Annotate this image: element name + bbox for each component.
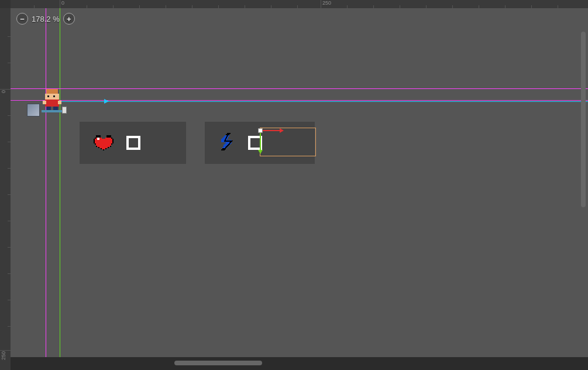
- svg-rect-30: [105, 148, 106, 149]
- ruler-corner: [0, 0, 11, 9]
- magenta-guide-vertical[interactable]: [46, 8, 46, 357]
- svg-rect-10: [96, 135, 101, 138]
- plus-icon: +: [67, 15, 71, 23]
- svg-rect-3: [53, 95, 55, 97]
- svg-rect-25: [99, 147, 108, 148]
- svg-rect-27: [108, 147, 109, 148]
- svg-rect-5: [43, 101, 46, 104]
- vertical-scrollbar-thumb[interactable]: [581, 32, 586, 207]
- svg-rect-18: [105, 138, 111, 139]
- horizontal-scrollbar-thumb[interactable]: [174, 361, 262, 365]
- minus-icon: −: [20, 15, 25, 23]
- object-sprite[interactable]: [62, 107, 67, 114]
- svg-rect-26: [98, 147, 99, 148]
- bottom-bar: [11, 357, 588, 370]
- svg-rect-29: [101, 148, 102, 149]
- svg-rect-16: [112, 139, 114, 143]
- svg-rect-33: [227, 133, 231, 134]
- svg-rect-23: [96, 146, 97, 147]
- svg-rect-4: [45, 100, 59, 107]
- svg-rect-11: [106, 135, 111, 138]
- svg-rect-1: [45, 94, 59, 100]
- character-sprite[interactable]: [42, 89, 63, 114]
- svg-rect-31: [103, 149, 104, 150]
- svg-rect-9: [42, 110, 63, 112]
- svg-rect-28: [102, 148, 105, 149]
- zoom-out-button[interactable]: −: [16, 13, 28, 25]
- zoom-in-button[interactable]: +: [63, 13, 75, 25]
- svg-rect-20: [95, 143, 96, 145]
- svg-rect-2: [47, 95, 49, 97]
- vertical-ruler[interactable]: 0 250: [0, 8, 11, 370]
- svg-rect-32: [97, 138, 99, 140]
- svg-rect-0: [46, 89, 58, 94]
- magenta-guide-horizontal[interactable]: [11, 88, 588, 89]
- health-panel[interactable]: [80, 122, 186, 164]
- svg-rect-24: [110, 146, 111, 147]
- heart-icon: [94, 134, 114, 152]
- health-value-placeholder[interactable]: [126, 136, 140, 150]
- svg-rect-19: [96, 143, 111, 146]
- cyan-guide-horizontal: [46, 101, 588, 102]
- svg-rect-22: [97, 146, 110, 147]
- origin-guide-vertical: [60, 8, 60, 357]
- svg-rect-15: [94, 139, 95, 143]
- cyan-arrow-icon: [104, 99, 109, 104]
- zoom-value[interactable]: 178.2 %: [32, 15, 60, 23]
- energy-panel[interactable]: [205, 122, 315, 164]
- horizontal-ruler[interactable]: 0 250: [11, 0, 588, 9]
- bolt-icon: [219, 133, 235, 153]
- tile-sprite[interactable]: [27, 104, 40, 117]
- svg-rect-37: [222, 138, 228, 139]
- svg-rect-6: [58, 101, 61, 104]
- svg-rect-21: [111, 143, 112, 145]
- canvas-viewport[interactable]: − 178.2 % +: [11, 8, 588, 370]
- magenta-guide-horizontal-2[interactable]: [11, 100, 588, 101]
- energy-value-placeholder[interactable]: [248, 136, 262, 150]
- zoom-controls: − 178.2 % +: [16, 13, 75, 25]
